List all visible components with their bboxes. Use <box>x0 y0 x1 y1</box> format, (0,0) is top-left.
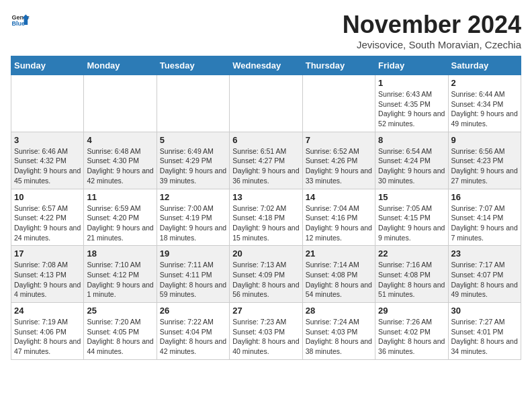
day-info: Sunrise: 7:24 AM Sunset: 4:03 PM Dayligh… <box>306 317 372 357</box>
day-cell: 25Sunrise: 7:20 AM Sunset: 4:05 PM Dayli… <box>84 303 157 360</box>
day-number: 20 <box>232 248 299 259</box>
day-cell: 15Sunrise: 7:05 AM Sunset: 4:15 PM Dayli… <box>375 189 448 246</box>
day-cell: 28Sunrise: 7:24 AM Sunset: 4:03 PM Dayli… <box>302 303 375 360</box>
day-cell <box>302 75 375 132</box>
logo: General Blue <box>11 11 30 30</box>
day-cell: 10Sunrise: 6:57 AM Sunset: 4:22 PM Dayli… <box>11 189 84 246</box>
day-info: Sunrise: 7:00 AM Sunset: 4:19 PM Dayligh… <box>160 203 226 243</box>
day-number: 30 <box>451 306 518 316</box>
day-number: 9 <box>451 135 518 145</box>
day-number: 10 <box>14 192 81 202</box>
day-number: 11 <box>87 192 153 202</box>
page-header: General Blue November 2024 Jevisovice, S… <box>11 11 521 50</box>
day-info: Sunrise: 6:54 AM Sunset: 4:24 PM Dayligh… <box>378 146 445 186</box>
day-number: 6 <box>232 135 299 145</box>
col-header-tuesday: Tuesday <box>157 56 229 75</box>
day-number: 25 <box>87 306 153 316</box>
day-number: 28 <box>306 306 372 316</box>
day-info: Sunrise: 7:10 AM Sunset: 4:12 PM Dayligh… <box>87 260 153 300</box>
col-header-saturday: Saturday <box>448 56 521 75</box>
day-cell <box>84 75 157 132</box>
day-number: 8 <box>378 135 445 145</box>
day-number: 22 <box>378 248 445 259</box>
day-number: 5 <box>160 135 226 145</box>
day-info: Sunrise: 7:05 AM Sunset: 4:15 PM Dayligh… <box>378 203 445 243</box>
week-row-1: 1Sunrise: 6:43 AM Sunset: 4:35 PM Daylig… <box>11 75 521 132</box>
day-cell: 20Sunrise: 7:13 AM Sunset: 4:09 PM Dayli… <box>230 246 302 303</box>
day-info: Sunrise: 6:44 AM Sunset: 4:34 PM Dayligh… <box>451 89 518 129</box>
day-info: Sunrise: 7:13 AM Sunset: 4:09 PM Dayligh… <box>232 260 299 300</box>
week-row-5: 24Sunrise: 7:19 AM Sunset: 4:06 PM Dayli… <box>11 303 521 360</box>
day-cell: 13Sunrise: 7:02 AM Sunset: 4:18 PM Dayli… <box>230 189 302 246</box>
calendar-header-row: SundayMondayTuesdayWednesdayThursdayFrid… <box>11 56 521 75</box>
day-cell: 9Sunrise: 6:56 AM Sunset: 4:23 PM Daylig… <box>448 132 521 189</box>
col-header-sunday: Sunday <box>11 56 84 75</box>
location: Jevisovice, South Moravian, Czechia <box>343 39 521 50</box>
day-cell: 22Sunrise: 7:16 AM Sunset: 4:08 PM Dayli… <box>375 246 448 303</box>
week-row-4: 17Sunrise: 7:08 AM Sunset: 4:13 PM Dayli… <box>11 246 521 303</box>
day-number: 27 <box>232 306 299 316</box>
day-info: Sunrise: 6:48 AM Sunset: 4:30 PM Dayligh… <box>87 146 153 186</box>
col-header-monday: Monday <box>84 56 157 75</box>
day-info: Sunrise: 7:08 AM Sunset: 4:13 PM Dayligh… <box>14 260 81 300</box>
day-cell <box>230 75 302 132</box>
day-cell: 19Sunrise: 7:11 AM Sunset: 4:11 PM Dayli… <box>157 246 229 303</box>
day-info: Sunrise: 7:19 AM Sunset: 4:06 PM Dayligh… <box>14 317 81 357</box>
day-cell: 7Sunrise: 6:52 AM Sunset: 4:26 PM Daylig… <box>302 132 375 189</box>
day-info: Sunrise: 6:57 AM Sunset: 4:22 PM Dayligh… <box>14 203 81 243</box>
day-number: 24 <box>14 306 81 316</box>
month-title: November 2024 <box>343 11 521 39</box>
col-header-friday: Friday <box>375 56 448 75</box>
day-info: Sunrise: 7:27 AM Sunset: 4:01 PM Dayligh… <box>451 317 518 357</box>
day-number: 23 <box>451 248 518 259</box>
svg-text:Blue: Blue <box>11 20 25 27</box>
day-number: 17 <box>14 248 81 259</box>
day-number: 1 <box>378 78 445 88</box>
day-info: Sunrise: 6:56 AM Sunset: 4:23 PM Dayligh… <box>451 146 518 186</box>
day-info: Sunrise: 7:11 AM Sunset: 4:11 PM Dayligh… <box>160 260 226 300</box>
day-info: Sunrise: 6:43 AM Sunset: 4:35 PM Dayligh… <box>378 89 445 129</box>
day-info: Sunrise: 7:16 AM Sunset: 4:08 PM Dayligh… <box>378 260 445 300</box>
day-info: Sunrise: 6:51 AM Sunset: 4:27 PM Dayligh… <box>232 146 299 186</box>
day-number: 12 <box>160 192 226 202</box>
day-info: Sunrise: 7:20 AM Sunset: 4:05 PM Dayligh… <box>87 317 153 357</box>
day-cell: 1Sunrise: 6:43 AM Sunset: 4:35 PM Daylig… <box>375 75 448 132</box>
logo-icon: General Blue <box>11 11 30 30</box>
day-info: Sunrise: 7:14 AM Sunset: 4:08 PM Dayligh… <box>306 260 372 300</box>
day-cell: 21Sunrise: 7:14 AM Sunset: 4:08 PM Dayli… <box>302 246 375 303</box>
day-cell: 16Sunrise: 7:07 AM Sunset: 4:14 PM Dayli… <box>448 189 521 246</box>
day-info: Sunrise: 6:49 AM Sunset: 4:29 PM Dayligh… <box>160 146 226 186</box>
col-header-wednesday: Wednesday <box>230 56 302 75</box>
day-cell: 14Sunrise: 7:04 AM Sunset: 4:16 PM Dayli… <box>302 189 375 246</box>
week-row-3: 10Sunrise: 6:57 AM Sunset: 4:22 PM Dayli… <box>11 189 521 246</box>
day-number: 29 <box>378 306 445 316</box>
day-number: 3 <box>14 135 81 145</box>
day-number: 18 <box>87 248 153 259</box>
week-row-2: 3Sunrise: 6:46 AM Sunset: 4:32 PM Daylig… <box>11 132 521 189</box>
day-cell: 17Sunrise: 7:08 AM Sunset: 4:13 PM Dayli… <box>11 246 84 303</box>
day-info: Sunrise: 7:07 AM Sunset: 4:14 PM Dayligh… <box>451 203 518 243</box>
day-info: Sunrise: 6:59 AM Sunset: 4:20 PM Dayligh… <box>87 203 153 243</box>
day-cell: 3Sunrise: 6:46 AM Sunset: 4:32 PM Daylig… <box>11 132 84 189</box>
day-cell: 12Sunrise: 7:00 AM Sunset: 4:19 PM Dayli… <box>157 189 229 246</box>
day-cell: 24Sunrise: 7:19 AM Sunset: 4:06 PM Dayli… <box>11 303 84 360</box>
day-info: Sunrise: 7:23 AM Sunset: 4:03 PM Dayligh… <box>232 317 299 357</box>
day-number: 15 <box>378 192 445 202</box>
day-info: Sunrise: 7:17 AM Sunset: 4:07 PM Dayligh… <box>451 260 518 300</box>
day-number: 2 <box>451 78 518 88</box>
day-cell: 29Sunrise: 7:26 AM Sunset: 4:02 PM Dayli… <box>375 303 448 360</box>
day-number: 14 <box>306 192 372 202</box>
day-cell: 23Sunrise: 7:17 AM Sunset: 4:07 PM Dayli… <box>448 246 521 303</box>
day-number: 21 <box>306 248 372 259</box>
title-area: November 2024 Jevisovice, South Moravian… <box>343 11 521 50</box>
day-cell: 11Sunrise: 6:59 AM Sunset: 4:20 PM Dayli… <box>84 189 157 246</box>
day-number: 7 <box>306 135 372 145</box>
day-info: Sunrise: 7:22 AM Sunset: 4:04 PM Dayligh… <box>160 317 226 357</box>
day-cell: 2Sunrise: 6:44 AM Sunset: 4:34 PM Daylig… <box>448 75 521 132</box>
day-cell: 4Sunrise: 6:48 AM Sunset: 4:30 PM Daylig… <box>84 132 157 189</box>
day-cell: 30Sunrise: 7:27 AM Sunset: 4:01 PM Dayli… <box>448 303 521 360</box>
day-number: 19 <box>160 248 226 259</box>
day-cell: 6Sunrise: 6:51 AM Sunset: 4:27 PM Daylig… <box>230 132 302 189</box>
day-number: 26 <box>160 306 226 316</box>
col-header-thursday: Thursday <box>302 56 375 75</box>
